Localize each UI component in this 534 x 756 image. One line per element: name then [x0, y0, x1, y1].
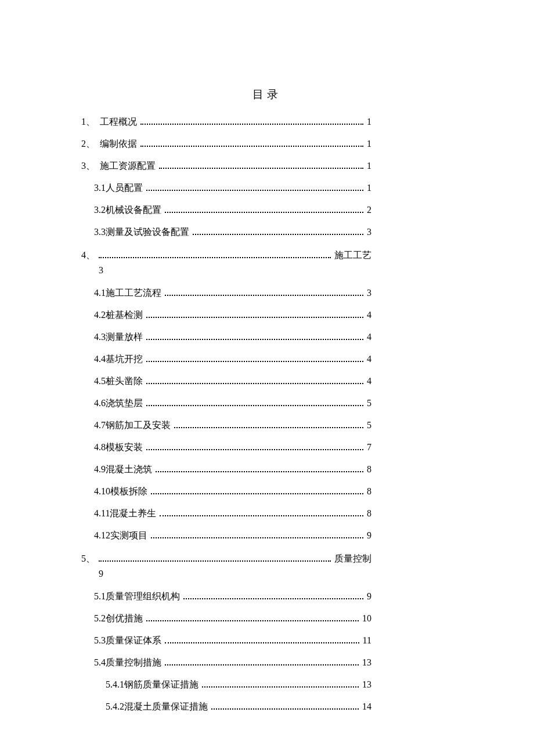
toc-number: 2、	[81, 139, 98, 149]
toc-page: 1	[367, 117, 371, 126]
toc-entry: 5.3质量保证体系11	[81, 636, 371, 645]
toc-label: 编制依据	[100, 139, 137, 149]
toc-page: 4	[367, 332, 371, 342]
toc-label: 5.1质量管理组织机构	[94, 592, 180, 601]
toc-list: 1、 工程概况12、 编制依据13、 施工资源配置13.1人员配置13.2机械设…	[81, 117, 371, 711]
toc-page: 9	[367, 531, 371, 540]
toc-leader-dots	[165, 295, 363, 296]
toc-page: 1	[367, 161, 371, 171]
toc-leader-dots	[160, 515, 363, 516]
toc-leader-dots	[156, 471, 363, 472]
toc-entry: 5.2创优措施10	[81, 614, 371, 623]
toc-leader-dots	[146, 339, 363, 340]
toc-entry: 4.5桩头凿除4	[81, 377, 371, 386]
toc-entry: 4.6浇筑垫层5	[81, 399, 371, 408]
toc-entry: 5.1质量管理组织机构9	[81, 592, 371, 601]
toc-leader-dots	[151, 537, 363, 538]
toc-label: 4.2桩基检测	[94, 310, 143, 320]
toc-page: 1	[367, 139, 371, 149]
toc-entry: 4、施工工艺3	[81, 249, 371, 276]
toc-entry: 4.8模板安装7	[81, 443, 371, 452]
toc-label: 4.4基坑开挖	[94, 355, 143, 364]
toc-leader-dots	[99, 560, 331, 562]
toc-leader-dots	[165, 664, 359, 665]
toc-entry: 1、 工程概况1	[81, 117, 371, 126]
toc-number: 1、	[81, 117, 98, 126]
toc-label: 4.10模板拆除	[94, 487, 147, 496]
toc-entry: 2、 编制依据1	[81, 139, 371, 149]
toc-page: 5	[367, 421, 371, 430]
toc-leader-dots	[202, 686, 359, 688]
toc-entry: 3、 施工资源配置1	[81, 161, 371, 171]
toc-entry: 4.4基坑开挖4	[81, 355, 371, 364]
toc-label: 施工资源配置	[100, 161, 156, 171]
toc-entry: 4.7钢筋加工及安装5	[81, 421, 371, 430]
toc-leader-dots	[165, 212, 363, 213]
toc-label: 4.8模板安装	[94, 443, 143, 452]
toc-entry: 5.4.2混凝土质量保证措施14	[81, 702, 371, 711]
toc-page: 3	[367, 288, 371, 298]
toc-label: 4.6浇筑垫层	[94, 399, 143, 408]
toc-entry: 4.10模板拆除8	[81, 487, 371, 496]
toc-leader-dots	[146, 317, 363, 318]
toc-label: 4.9混凝土浇筑	[94, 465, 152, 474]
toc-label: 4.5桩头凿除	[94, 377, 143, 386]
toc-page: 4	[367, 355, 371, 364]
toc-page: 4	[367, 377, 371, 386]
toc-leader-dots	[146, 449, 363, 450]
toc-label: 5.4.2混凝土质量保证措施	[106, 702, 208, 711]
toc-label: 施工工艺	[334, 249, 371, 262]
toc-entry: 3.2机械设备配置2	[81, 205, 371, 215]
toc-number: 5、	[81, 553, 95, 565]
toc-leader-dots	[146, 383, 363, 384]
toc-label: 4.7钢筋加工及安装	[94, 421, 171, 430]
toc-entry: 4.2桩基检测4	[81, 310, 371, 320]
toc-leader-dots	[165, 642, 359, 643]
toc-entry: 3.1人员配置1	[81, 183, 371, 193]
toc-entry: 3.3测量及试验设备配置3	[81, 227, 371, 237]
toc-page: 9	[81, 569, 371, 579]
toc-label: 工程概况	[100, 117, 137, 126]
toc-entry: 5.4质量控制措施13	[81, 658, 371, 667]
toc-label: 3.3测量及试验设备配置	[94, 227, 189, 237]
toc-entry: 5、质量控制9	[81, 553, 371, 579]
toc-page: 2	[367, 205, 371, 215]
toc-label: 4.3测量放样	[94, 332, 143, 342]
toc-label: 4.1施工工艺流程	[94, 288, 161, 298]
toc-leader-dots	[159, 168, 363, 169]
toc-leader-dots	[146, 190, 363, 191]
toc-label: 质量控制	[334, 553, 371, 565]
toc-label: 5.3质量保证体系	[94, 636, 161, 645]
toc-page: 7	[367, 443, 371, 452]
toc-label: 5.2创优措施	[94, 614, 143, 623]
toc-label: 3.1人员配置	[94, 183, 143, 193]
toc-leader-dots	[174, 427, 363, 428]
toc-leader-dots	[146, 405, 363, 406]
toc-entry: 4.11混凝土养生8	[81, 509, 371, 518]
toc-leader-dots	[146, 620, 359, 621]
toc-page: 8	[367, 465, 371, 474]
toc-page: 10	[362, 614, 371, 623]
toc-page: 14	[362, 702, 371, 711]
toc-page: 8	[367, 509, 371, 518]
toc-page: 1	[367, 183, 371, 193]
toc-leader-dots	[99, 257, 331, 258]
toc-label: 3.2机械设备配置	[94, 205, 161, 215]
toc-title: 目录	[81, 87, 453, 102]
toc-leader-dots	[193, 234, 363, 235]
toc-label: 5.4.1钢筋质量保证措施	[106, 680, 199, 689]
toc-page: 13	[362, 658, 371, 667]
toc-label: 4.12实测项目	[94, 531, 147, 540]
toc-leader-dots	[140, 146, 363, 147]
toc-number: 4、	[81, 249, 95, 262]
toc-entry: 4.1施工工艺流程3	[81, 288, 371, 298]
toc-entry: 5.4.1钢筋质量保证措施13	[81, 680, 371, 689]
toc-page: 13	[362, 680, 371, 689]
toc-page: 4	[367, 310, 371, 320]
toc-page: 9	[367, 592, 371, 601]
toc-entry: 4.9混凝土浇筑8	[81, 465, 371, 474]
toc-label: 4.11混凝土养生	[94, 509, 156, 518]
toc-leader-dots	[146, 361, 363, 362]
toc-leader-dots	[211, 708, 359, 710]
toc-page: 5	[367, 399, 371, 408]
